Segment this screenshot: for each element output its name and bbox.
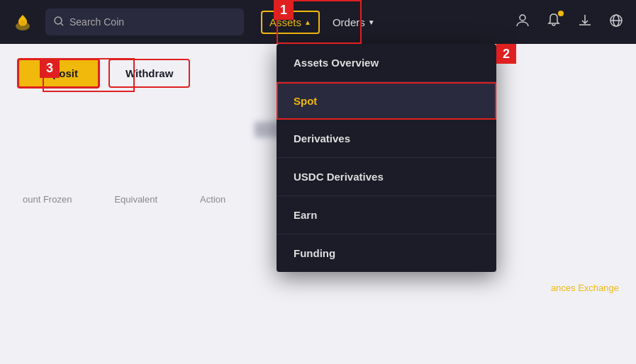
svg-line-2 <box>61 23 63 25</box>
search-icon <box>54 16 64 28</box>
nav-item-orders[interactable]: Orders ▼ <box>325 12 382 33</box>
svg-point-3 <box>520 15 525 21</box>
svg-point-1 <box>55 17 62 24</box>
withdraw-button[interactable]: Withdraw <box>108 59 190 88</box>
dropdown-derivatives[interactable]: Derivatives <box>277 120 496 158</box>
orders-label: Orders <box>333 16 365 28</box>
step-2-badge: 2 <box>496 44 516 64</box>
nav-right <box>514 12 625 33</box>
logo-icon <box>11 11 34 33</box>
notification-badge <box>558 11 564 16</box>
assets-dropdown: Assets Overview Spot Derivatives USDC De… <box>277 44 496 272</box>
search-box[interactable]: Search Coin <box>45 8 244 35</box>
step-3-badge: 3 <box>40 58 60 78</box>
dropdown-assets-overview[interactable]: Assets Overview <box>277 44 496 82</box>
profile-icon-btn[interactable] <box>514 12 531 33</box>
page-link[interactable]: ances Exchange <box>551 283 619 293</box>
col-frozen: ount Frozen <box>23 194 72 205</box>
withdraw-label: Withdraw <box>125 67 173 79</box>
navbar: Search Coin Assets ▲ Orders ▼ <box>0 0 636 44</box>
assets-caret: ▲ <box>304 18 311 26</box>
search-placeholder: Search Coin <box>69 16 124 28</box>
notification-icon-btn[interactable] <box>545 12 562 33</box>
col-equivalent: Equivalent <box>114 194 157 205</box>
dropdown-spot[interactable]: Spot <box>277 82 496 120</box>
dropdown-earn[interactable]: Earn <box>277 196 496 234</box>
step-1-badge: 1 <box>274 0 294 20</box>
globe-icon-btn[interactable] <box>608 12 625 33</box>
dropdown-funding[interactable]: Funding <box>277 234 496 272</box>
download-icon-btn[interactable] <box>576 12 593 33</box>
dropdown-usdc-derivatives[interactable]: USDC Derivatives <box>277 158 496 196</box>
orders-caret: ▼ <box>368 18 375 26</box>
col-action: Action <box>200 194 225 205</box>
